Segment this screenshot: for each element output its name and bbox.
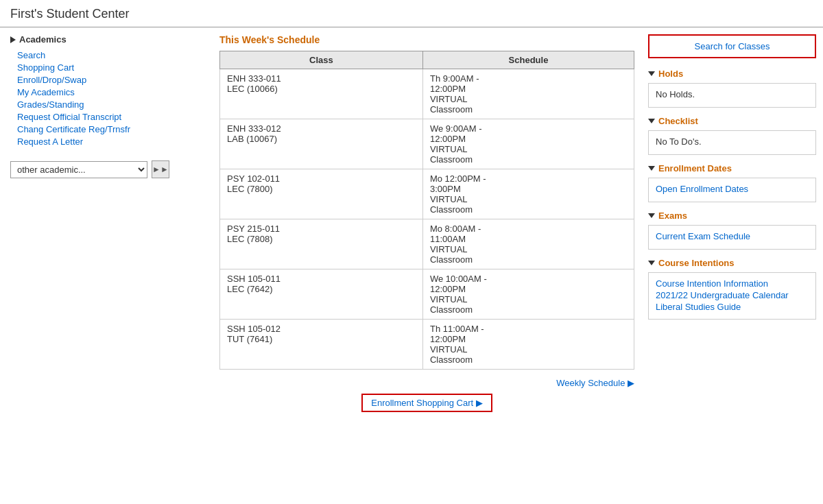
table-row: SSH 105-011LEC (7642) We 10:00AM -12:00P… (220, 269, 634, 320)
course-intentions-triangle-icon (648, 261, 655, 265)
schedule-cell: Th 9:00AM -12:00PMVIRTUALClassroom (422, 69, 634, 119)
table-row: SSH 105-012TUT (7641) Th 11:00AM -12:00P… (220, 320, 634, 370)
undergraduate-calendar-link[interactable]: 2021/22 Undergraduate Calendar (656, 290, 809, 300)
sidebar-link-letter[interactable]: Request A Letter (17, 136, 202, 147)
other-academic-dropdown[interactable]: other academic... (10, 161, 147, 178)
schedule-cell: Th 11:00AM -12:00PMVIRTUALClassroom (422, 320, 634, 370)
holds-box: No Holds. (648, 83, 816, 108)
class-cell: SSH 105-011LEC (7642) (220, 269, 423, 320)
enrollment-dates-section: Enrollment Dates Open Enrollment Dates (648, 163, 816, 202)
table-row: ENH 333-012LAB (10067) We 9:00AM -12:00P… (220, 119, 634, 169)
schedule-cell: Mo 12:00PM -3:00PMVIRTUALClassroom (422, 169, 634, 219)
sidebar-link-grades[interactable]: Grades/Standing (17, 99, 202, 110)
class-cell: PSY 215-011LEC (7808) (220, 219, 423, 269)
liberal-studies-guide-link[interactable]: Liberal Studies Guide (656, 302, 809, 312)
checklist-header: Checklist (648, 116, 816, 126)
schedule-cell: Mo 8:00AM -11:00AMVIRTUALClassroom (422, 219, 634, 269)
schedule-table: Class Schedule ENH 333-011LEC (10066) Th… (219, 51, 634, 370)
table-row: ENH 333-011LEC (10066) Th 9:00AM -12:00P… (220, 69, 634, 119)
exams-header: Exams (648, 211, 816, 221)
enrollment-dates-box: Open Enrollment Dates (648, 178, 816, 202)
holds-section: Holds No Holds. (648, 69, 816, 108)
exams-section: Exams Current Exam Schedule (648, 211, 816, 250)
course-intentions-header: Course Intentions (648, 258, 816, 268)
enrollment-dates-title: Enrollment Dates (658, 163, 732, 173)
page-title: First's Student Center (0, 0, 823, 27)
holds-title: Holds (658, 69, 683, 79)
table-row: PSY 102-011LEC (7800) Mo 12:00PM -3:00PM… (220, 169, 634, 219)
sidebar-link-search[interactable]: Search (17, 50, 202, 60)
enrollment-cart-container: Enrollment Shopping Cart ▶ (219, 394, 634, 412)
holds-triangle-icon (648, 71, 655, 76)
class-cell: ENH 333-012LAB (10067) (220, 119, 423, 169)
checklist-section: Checklist No To Do's. (648, 116, 816, 155)
go-button[interactable]: ►► (152, 160, 169, 178)
checklist-triangle-icon (648, 119, 655, 123)
schedule-cell: We 10:00AM -12:00PMVIRTUALClassroom (422, 269, 634, 320)
checklist-box: No To Do's. (648, 130, 816, 155)
course-intentions-box: Course Intention Information 2021/22 Und… (648, 272, 816, 320)
exams-box: Current Exam Schedule (648, 225, 816, 250)
right-panel: Search for Classes Holds No Holds. Check… (641, 34, 823, 419)
current-exam-schedule-link[interactable]: Current Exam Schedule (656, 231, 809, 241)
sidebar-link-transcript[interactable]: Request Official Transcript (17, 112, 202, 122)
weekly-schedule-link[interactable]: Weekly Schedule ▶ (556, 378, 634, 388)
class-cell: ENH 333-011LEC (10066) (220, 69, 423, 119)
sidebar-link-my-academics[interactable]: My Academics (17, 87, 202, 97)
enrollment-cart-button[interactable]: Enrollment Shopping Cart ▶ (361, 394, 492, 412)
class-cell: SSH 105-012TUT (7641) (220, 320, 423, 370)
col-class: Class (220, 51, 423, 69)
triangle-icon (10, 36, 16, 43)
exams-triangle-icon (648, 213, 655, 218)
center-content: This Week's Schedule Class Schedule ENH … (213, 34, 641, 419)
sidebar-link-chang[interactable]: Chang Certificate Reg/Trnsfr (17, 124, 202, 134)
class-cell: PSY 102-011LEC (7800) (220, 169, 423, 219)
holds-header: Holds (648, 69, 816, 79)
academics-title: Academics (19, 34, 67, 45)
open-enrollment-dates-link[interactable]: Open Enrollment Dates (656, 184, 809, 194)
sidebar-link-shopping-cart[interactable]: Shopping Cart (17, 62, 202, 73)
schedule-title: This Week's Schedule (219, 34, 634, 45)
academics-links: Search Shopping Cart Enroll/Drop/Swap My… (10, 50, 202, 147)
search-classes-button[interactable]: Search for Classes (648, 34, 816, 58)
enrollment-dates-header: Enrollment Dates (648, 163, 816, 173)
checklist-title: Checklist (658, 116, 698, 126)
academics-section-header: Academics (10, 34, 202, 45)
col-schedule: Schedule (422, 51, 634, 69)
sidebar: Academics Search Shopping Cart Enroll/Dr… (0, 34, 213, 419)
schedule-cell: We 9:00AM -12:00PMVIRTUALClassroom (422, 119, 634, 169)
other-academic-row: other academic... ►► (10, 160, 202, 178)
exams-title: Exams (658, 211, 687, 221)
weekly-schedule-row: Weekly Schedule ▶ (219, 378, 634, 388)
course-intentions-section: Course Intentions Course Intention Infor… (648, 258, 816, 320)
course-intention-info-link[interactable]: Course Intention Information (656, 278, 809, 289)
course-intentions-title: Course Intentions (658, 258, 735, 268)
sidebar-link-enroll[interactable]: Enroll/Drop/Swap (17, 75, 202, 85)
enrollment-dates-triangle-icon (648, 166, 655, 171)
table-row: PSY 215-011LEC (7808) Mo 8:00AM -11:00AM… (220, 219, 634, 269)
